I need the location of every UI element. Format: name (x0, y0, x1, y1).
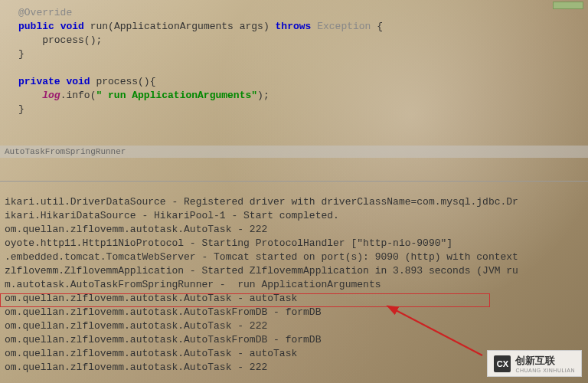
log-line: m.autotask.AutoTaskFromSpringRunner - ru… (5, 278, 588, 292)
log-line: .embedded.tomcat.TomcatWebServer - Tomca… (5, 250, 588, 264)
code-line: } (18, 103, 588, 116)
log-line: om.quellan.zlflovemm.autotask.AutoTaskFr… (5, 306, 588, 319)
log-line: om.quellan.zlflovemm.autotask.AutoTask -… (5, 319, 588, 333)
log-line: om.quellan.zlflovemm.autotask.AutoTask -… (5, 223, 588, 237)
breadcrumb-label: AutoTaskFromSpringRunner (0, 146, 588, 158)
pane-divider[interactable] (0, 181, 588, 182)
code-line: private void process(){ (18, 75, 588, 89)
minimap[interactable] (553, 2, 583, 9)
log-line: oyote.http11.Http11NioProtocol - Startin… (5, 237, 588, 250)
watermark-logo-icon: CX (494, 355, 511, 372)
watermark: CX 创新互联 CHUANG XINHULIAN (487, 350, 582, 377)
log-line: om.quellan.zlflovemm.autotask.AutoTask -… (5, 292, 588, 306)
watermark-subtext: CHUANG XINHULIAN (515, 368, 575, 373)
log-line: zlflovemm.ZlflovemmApplication - Started… (5, 264, 588, 278)
log-line: ikari.HikariDataSource - HikariPool-1 - … (5, 209, 588, 223)
code-line: process(); (18, 34, 588, 47)
log-line: om.quellan.zlflovemm.autotask.AutoTaskFr… (5, 333, 588, 347)
watermark-text: 创新互联 (515, 354, 575, 368)
code-line: @Override (18, 6, 588, 20)
code-line: log.info(" run ApplicationArguments"); (18, 89, 588, 103)
code-line: public void run(ApplicationArguments arg… (18, 20, 588, 34)
log-line: ikari.util.DriverDataSource - Registered… (5, 195, 588, 209)
code-line (18, 61, 588, 75)
code-line: } (18, 47, 588, 61)
code-editor[interactable]: @Override public void run(ApplicationArg… (0, 0, 588, 138)
